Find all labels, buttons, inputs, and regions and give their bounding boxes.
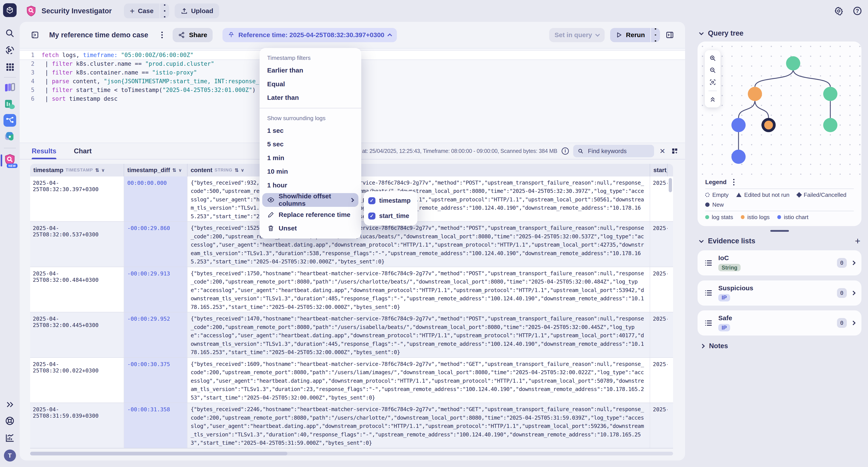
evidence-list-ioc[interactable]: IoCString0 <box>698 250 862 275</box>
table-row[interactable]: 2025-04-25T08:31:59.039+0300-00:00:31.35… <box>30 403 673 448</box>
sort-arrows-icon[interactable]: ⇅ <box>235 167 239 173</box>
filter-chevron-icon[interactable]: ∨ <box>179 168 182 173</box>
info-icon[interactable]: i <box>562 147 569 155</box>
upload-button[interactable]: Upload <box>175 3 219 18</box>
table-row[interactable]: 2025-04-25T08:32:00.022+0300-00:00:30.37… <box>30 358 673 403</box>
legend-item-sh-diamond: Failed/Cancelled <box>797 191 846 199</box>
rail-app-clips-icon[interactable] <box>3 130 16 143</box>
menu-item-1-hour[interactable]: 1 hour <box>259 178 361 192</box>
plus-icon: + <box>130 6 135 16</box>
rail-app-security-investigator[interactable]: NEW <box>0 153 20 166</box>
tree-node-green[interactable] <box>823 118 837 132</box>
new-case-button[interactable]: + Case <box>124 3 160 18</box>
evidence-count-badge: 0 <box>837 258 847 268</box>
table-layout-icon[interactable] <box>671 147 679 155</box>
upload-icon <box>181 7 188 14</box>
add-evidence-list-button[interactable]: + <box>855 236 862 246</box>
evidence-list-safe[interactable]: SafeIP0 <box>698 310 862 335</box>
vertical-scrollbar[interactable] <box>668 177 673 448</box>
evidence-lists-header[interactable]: Evidence lists + <box>698 235 862 247</box>
checkbox-checked-icon[interactable]: ✓ <box>368 212 375 220</box>
menu-item-replace-reference-time[interactable]: Replace reference time <box>259 208 361 222</box>
table-row[interactable]: 2025-04-25T08:32:00.445+0300-00:00:29.95… <box>30 312 673 358</box>
chevron-right-icon[interactable] <box>851 261 856 265</box>
sort-arrows-icon[interactable]: ⇅ <box>95 167 99 173</box>
share-button[interactable]: Share <box>173 28 213 42</box>
set-in-query-button[interactable]: Set in query <box>549 28 605 42</box>
menu-item-5-sec[interactable]: 5 sec <box>259 137 361 151</box>
query-tree-header[interactable]: Query tree <box>698 27 862 39</box>
collapse-tree-icon[interactable] <box>709 96 716 103</box>
rail-divider <box>4 77 16 77</box>
tree-node-blue[interactable] <box>732 118 746 132</box>
tree-node-blue[interactable] <box>732 149 746 164</box>
legend-item-sh-circle: New <box>705 200 724 209</box>
offset-column-toggle-start_time[interactable]: ✓start_time <box>368 210 413 222</box>
menu-item-equal[interactable]: Equal <box>259 77 361 91</box>
rerun-menu-kebab-icon[interactable] <box>651 28 660 42</box>
pipelines-icon[interactable] <box>4 45 15 56</box>
case-menu-kebab-icon[interactable] <box>160 3 169 18</box>
user-avatar[interactable]: T <box>4 449 16 462</box>
panel-resize-handle[interactable] <box>770 230 789 232</box>
platform-logo-icon[interactable] <box>3 3 17 17</box>
menu-item-later-than[interactable]: Later than <box>259 91 361 105</box>
case-title-kebab-icon[interactable] <box>161 31 163 39</box>
zoom-in-icon[interactable] <box>709 55 716 62</box>
tree-node-orange[interactable] <box>748 87 762 101</box>
evidence-list-suspicious[interactable]: SuspiciousIP0 <box>698 280 862 306</box>
search-input[interactable] <box>587 147 650 155</box>
table-row[interactable]: 2025-04-25T08:32:00.484+0300-00:00:29.91… <box>30 267 673 312</box>
settings-gear-icon[interactable] <box>834 6 843 16</box>
column-header-content[interactable]: contentSTRING⇅∨ <box>187 164 650 176</box>
tab-chart[interactable]: Chart <box>74 143 92 159</box>
help-icon[interactable]: ? <box>854 7 862 15</box>
menu-item-unset[interactable]: Unset <box>259 222 361 235</box>
checkbox-checked-icon[interactable]: ✓ <box>368 197 375 204</box>
reference-time-pill[interactable]: Reference time: 2025-04-25T08:32:30.397+… <box>222 28 397 42</box>
help-lifebuoy-icon[interactable] <box>5 416 15 426</box>
menu-item-show-hide-offset-columns[interactable]: Show/hide offset columns <box>262 193 359 207</box>
offset-column-toggle-timestamp[interactable]: ✓timestamp <box>368 195 413 207</box>
query-tree-graph[interactable] <box>698 41 862 175</box>
apps-grid-icon[interactable] <box>5 62 14 72</box>
rail-app-dashboards-icon[interactable] <box>3 98 16 111</box>
find-keywords-search[interactable] <box>573 145 654 158</box>
menu-item-10-min[interactable]: 10 min <box>259 165 361 178</box>
rail-app-notebooks-icon[interactable] <box>3 82 16 95</box>
evidence-title: Suspicious <box>718 285 753 292</box>
usage-chart-icon[interactable] <box>5 433 15 443</box>
fit-to-screen-icon[interactable] <box>709 79 716 86</box>
zoom-out-icon[interactable] <box>709 67 716 74</box>
column-type: STRING <box>215 168 232 173</box>
cell-content: {"bytes_received":2246,"hostname":"heart… <box>187 403 650 448</box>
menu-item-1-min[interactable]: 1 min <box>259 151 361 165</box>
collapse-panel-icon[interactable] <box>665 31 674 39</box>
column-header-timestamp_diff[interactable]: timestamp_diff⇅∨ <box>124 164 187 176</box>
horizontal-scrollbar[interactable] <box>30 452 673 456</box>
menu-item-1-sec[interactable]: 1 sec <box>259 124 361 138</box>
rerun-button[interactable]: Rerun <box>610 28 650 42</box>
notes-header[interactable]: Notes <box>698 342 862 350</box>
cell-timestamp-diff: -00:00:29.952 <box>124 312 187 357</box>
column-header-timestamp[interactable]: timestampTIMESTAMP⇅∨ <box>30 164 124 176</box>
sort-arrows-icon[interactable]: ⇅ <box>172 167 176 173</box>
tab-results[interactable]: Results <box>32 143 56 159</box>
expand-rail-icon[interactable] <box>5 400 14 409</box>
clear-search-icon[interactable]: ✕ <box>658 147 666 155</box>
legend-kebab-icon[interactable] <box>733 178 735 186</box>
tree-node-green[interactable] <box>786 56 800 71</box>
tree-node-green[interactable] <box>823 87 837 101</box>
column-name: timestamp_diff <box>127 167 170 174</box>
chevron-right-icon[interactable] <box>851 291 856 295</box>
search-icon[interactable] <box>5 28 15 38</box>
filter-chevron-icon[interactable]: ∨ <box>101 168 105 173</box>
column-header-start_t[interactable]: start_t <box>650 164 668 176</box>
legend-item-sh-tri: Edited but not run <box>736 191 789 199</box>
filter-chevron-icon[interactable]: ∨ <box>241 168 244 173</box>
chevron-right-icon[interactable] <box>851 321 856 325</box>
rail-divider <box>4 148 16 148</box>
tree-node-orange-selected[interactable] <box>763 119 774 131</box>
rail-app-workflows-icon[interactable] <box>3 114 16 127</box>
menu-item-earlier-than[interactable]: Earlier than <box>259 64 361 77</box>
